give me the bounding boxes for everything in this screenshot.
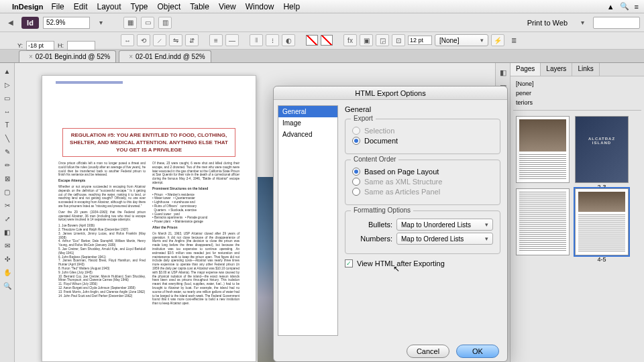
stroke-style-icon[interactable]: — <box>225 34 239 46</box>
zoom-level-field[interactable]: 52.9% <box>43 17 90 29</box>
workspace-dropdown-icon[interactable]: ▾ <box>576 17 589 29</box>
formatting-legend: Formatting Options <box>351 206 413 214</box>
app-name[interactable]: InDesign <box>12 3 43 11</box>
flip-h-icon[interactable]: ⇋ <box>169 34 182 46</box>
document-tab[interactable]: × 02-01 Begin.indd @ 52% <box>19 50 116 62</box>
type-tool-icon[interactable]: T <box>2 119 13 130</box>
fitting-icon[interactable]: ⊡ <box>392 34 405 46</box>
view-options-icon[interactable]: ▦ <box>123 17 137 29</box>
direct-selection-tool-icon[interactable]: ▷ <box>2 79 13 90</box>
quick-apply-icon[interactable]: ⚡ <box>491 34 504 46</box>
radio-page-layout[interactable] <box>352 168 360 176</box>
menu-window[interactable]: Window <box>246 2 274 11</box>
menu-table[interactable]: Table <box>190 2 209 11</box>
cancel-button[interactable]: Cancel <box>407 345 449 358</box>
eyedropper-tool-icon[interactable]: ✣ <box>2 253 13 264</box>
color-panel-icon[interactable]: ◧ <box>498 67 508 78</box>
align-icon[interactable]: ⫴ <box>250 34 263 46</box>
master-none[interactable]: [None] <box>513 79 641 88</box>
menu-layout[interactable]: Layout <box>97 2 121 11</box>
y-field[interactable]: -18 pt <box>26 41 54 50</box>
screen-mode-icon[interactable]: ▭ <box>141 17 154 29</box>
radio-xml[interactable] <box>352 178 360 186</box>
bullets-select[interactable]: Map to Unordered Lists <box>396 219 493 231</box>
page-thumbnail[interactable] <box>516 116 570 183</box>
content-order-fieldset: Content Order Based on Page Layout Same … <box>345 160 500 205</box>
shear-icon[interactable]: ⟋ <box>153 34 166 46</box>
body-text-frame[interactable]: Once prison officials left a man no long… <box>58 162 239 353</box>
corner-icon[interactable]: ◲ <box>376 34 389 46</box>
rotate-icon[interactable]: ⟲ <box>137 34 150 46</box>
free-transform-tool-icon[interactable]: ⤢ <box>2 213 13 224</box>
radio-articles[interactable] <box>352 188 360 196</box>
help-search-input[interactable] <box>593 17 640 29</box>
tab-pages[interactable]: Pages <box>511 63 541 76</box>
sidebar-item-general[interactable]: General <box>278 106 337 117</box>
distribute-icon[interactable]: ⫶ <box>266 34 279 46</box>
menu-extras-icon[interactable]: ≡ <box>635 3 639 11</box>
menu-type[interactable]: Type <box>131 2 148 11</box>
page-tool-icon[interactable]: ▭ <box>2 93 13 103</box>
headline-frame[interactable]: REGULATION #5: YOU ARE ENTITLED TO FOOD,… <box>62 128 235 157</box>
line-tool-icon[interactable]: ╲ <box>2 133 13 143</box>
menu-view[interactable]: View <box>219 2 236 11</box>
flip-v-icon[interactable]: ⇵ <box>185 34 199 46</box>
scale-icon[interactable]: ↔ <box>121 34 134 46</box>
ok-button[interactable]: OK <box>456 345 499 358</box>
stroke-pt-field[interactable]: 12 pt <box>408 36 432 45</box>
close-tab-icon[interactable]: × <box>29 53 33 60</box>
view-html-checkbox-label: View HTML after Exporting <box>357 259 445 267</box>
arrange-icon[interactable]: ▥ <box>158 17 172 29</box>
page-thumbnail[interactable]: ALCATRAZ ISLAND 2-3 <box>575 116 629 183</box>
h-field[interactable] <box>67 41 95 50</box>
sidebar-item-image[interactable]: Image <box>278 117 337 129</box>
headline-prefix: REGULATION #5: <box>71 132 115 138</box>
pen-tool-icon[interactable]: ✎ <box>2 146 13 157</box>
view-html-checkbox[interactable]: ✓ <box>345 259 353 267</box>
page-spread[interactable]: REGULATION #5: YOU ARE ENTITLED TO FOOD,… <box>42 75 256 362</box>
adobe-icon[interactable]: ▲ <box>607 3 614 11</box>
radio-articles-label: Same as Articles Panel <box>364 188 440 196</box>
numbers-label: Numbers: <box>352 235 392 243</box>
stroke-weight-icon[interactable]: ≡ <box>209 34 223 46</box>
hand-tool-icon[interactable]: ✋ <box>2 267 13 278</box>
zoom-dropdown-icon[interactable]: ▾ <box>94 17 107 29</box>
page-thumbnail[interactable] <box>516 188 570 255</box>
rectangle-tool-icon[interactable]: ▢ <box>2 186 13 197</box>
close-tab-icon[interactable]: × <box>129 53 133 60</box>
document-tab[interactable]: × 02-01 End.indd @ 52% <box>119 50 211 62</box>
spotlight-icon[interactable]: 🔍 <box>620 2 629 11</box>
nav-back-icon[interactable]: ◀ <box>4 17 17 29</box>
scissors-tool-icon[interactable]: ✂ <box>2 200 13 210</box>
menu-file[interactable]: File <box>51 2 64 11</box>
workspace-switcher[interactable]: Print to Web <box>527 19 568 27</box>
control-menu-icon[interactable]: ≣ <box>507 34 521 46</box>
pencil-tool-icon[interactable]: ✏ <box>2 160 13 170</box>
menu-help[interactable]: Help <box>283 2 300 11</box>
radio-document-label: Document <box>364 137 398 145</box>
numbers-select[interactable]: Map to Ordered Lists <box>396 233 493 245</box>
rectangle-frame-tool-icon[interactable]: ⊠ <box>2 173 13 184</box>
note-tool-icon[interactable]: ✉ <box>2 240 13 251</box>
master-teriors[interactable]: teriors <box>513 98 641 107</box>
pathfinder-icon[interactable]: ◐ <box>282 34 295 46</box>
gradient-tool-icon[interactable]: ◧ <box>2 227 13 237</box>
selection-tool-icon[interactable]: ▲ <box>2 66 13 76</box>
reference-point-icon[interactable]: ⊞ <box>4 35 15 47</box>
gap-tool-icon[interactable]: ↔ <box>2 106 13 117</box>
sidebar-item-advanced[interactable]: Advanced <box>278 129 337 140</box>
tab-layers[interactable]: Layers <box>541 63 572 76</box>
master-opener[interactable]: pener <box>513 88 641 98</box>
radio-selection[interactable] <box>352 127 360 135</box>
radio-document[interactable] <box>352 137 360 145</box>
tab-links[interactable]: Links <box>572 63 599 76</box>
fill-swatch[interactable] <box>306 35 318 46</box>
zoom-tool-icon[interactable]: 🔍 <box>2 280 13 291</box>
text-wrap-icon[interactable]: ▣ <box>360 34 373 46</box>
object-style-select[interactable]: [None] <box>435 34 488 46</box>
stroke-swatch[interactable] <box>321 35 333 46</box>
menu-object[interactable]: Object <box>158 2 181 11</box>
page-thumbnail-selected[interactable]: 4-5 <box>575 188 629 255</box>
menu-edit[interactable]: Edit <box>74 2 88 11</box>
effects-icon[interactable]: fx <box>343 34 357 46</box>
